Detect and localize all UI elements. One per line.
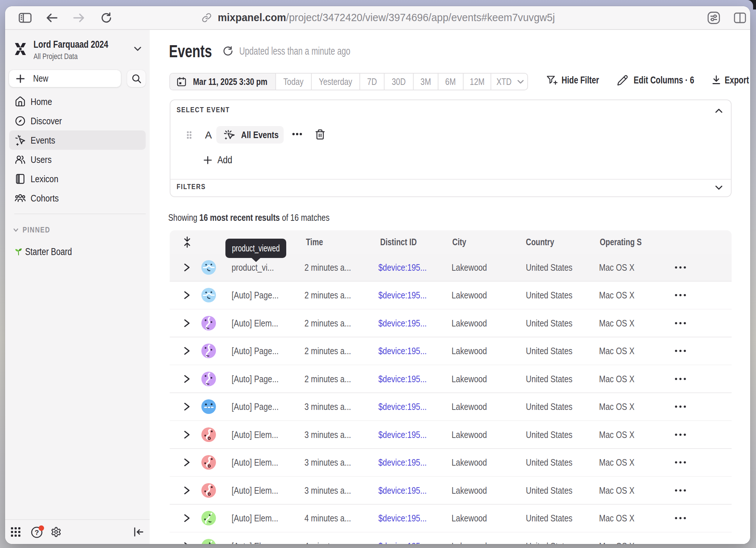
svg-text:?: ? <box>35 529 39 536</box>
